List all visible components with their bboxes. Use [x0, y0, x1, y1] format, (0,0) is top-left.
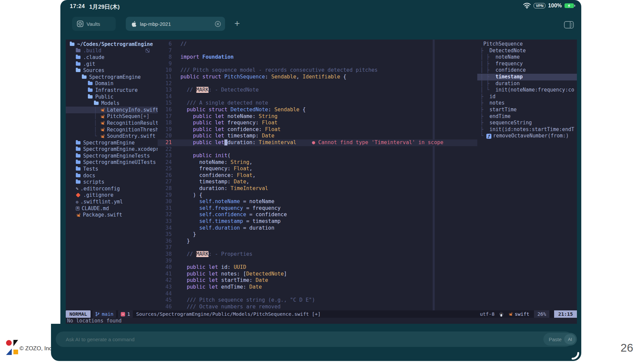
code-line-29[interactable]: 29 ) { — [158, 192, 477, 199]
line-number: 31 — [158, 205, 172, 212]
ai-button[interactable]: AI — [564, 334, 576, 344]
outline-item-initnoteNamefrequencyco[interactable]: │ └ init(noteName:frequency:co — [477, 87, 577, 94]
code-line-22[interactable]: 22 — [158, 146, 477, 153]
outline-item-notes[interactable]: ├ notes — [477, 100, 577, 107]
code-line-31[interactable]: 31 self.frequency = frequency — [158, 205, 477, 212]
code-line-15[interactable]: 15 /// A single detected note — [158, 100, 477, 107]
tree-item-.build[interactable]: .build — [66, 48, 158, 54]
code-line-39[interactable]: 39 — [158, 258, 477, 264]
code-line-18[interactable]: 18 public let frequency: Float — [158, 120, 477, 126]
code-line-43[interactable]: 43 public let endTime: Date — [158, 284, 477, 291]
outline-item-id[interactable]: ├ id — [477, 94, 577, 100]
code-line-27[interactable]: 27 timestamp: Date, — [158, 179, 477, 185]
tree-item-.claude[interactable]: .claude — [66, 54, 158, 61]
outline-item-initidnotesstartTimeendT[interactable]: ├ init(id:notes:startTime:endT — [477, 126, 577, 133]
tree-item-RecognitionResult[interactable]: │RecognitionResult — [66, 120, 158, 126]
code-line-16[interactable]: 16 public struct DetectedNote: Sendable … — [158, 107, 477, 113]
symbol-outline-panel[interactable]: PitchSequence ├ DetectedNote │ ├ noteNam… — [477, 41, 577, 310]
outline-item-startTime[interactable]: ├ startTime — [477, 107, 577, 113]
outline-item-timestamp[interactable]: │ ├ timestamp — [477, 74, 577, 80]
paste-button[interactable]: Paste — [549, 337, 561, 342]
outline-item-confidence[interactable]: │ ├ confidence — [477, 67, 577, 74]
code-line-9[interactable]: 9 — [158, 61, 477, 67]
code-line-30[interactable]: 30 self.noteName = noteName — [158, 198, 477, 205]
code-line-10[interactable]: 10/// Pitch sequence model - records con… — [158, 67, 477, 74]
tree-item-Sources[interactable]: Sources — [66, 67, 158, 74]
close-tab-icon[interactable] — [215, 21, 221, 27]
code-line-7[interactable]: 7 — [158, 48, 477, 54]
outline-item-DetectedNote[interactable]: ├ DetectedNote — [477, 48, 577, 54]
new-tab-button[interactable]: + — [232, 19, 242, 29]
code-line-6[interactable]: 6// — [158, 41, 477, 48]
code-line-14[interactable]: 14 — [158, 94, 477, 100]
outline-item-noteName[interactable]: │ ├ noteName — [477, 54, 577, 61]
outline-item-removeOctaveNumberfrom[interactable]: └ ƒremoveOctaveNumber(from:) — [477, 133, 577, 139]
line-number: 43 — [158, 284, 172, 291]
tab-lap-mbp-2021[interactable]: lap-mbp-2021 — [126, 17, 225, 31]
tree-item-Tests[interactable]: Tests — [66, 166, 158, 172]
tree-item-SpectrogramEngine.xcodepr[interactable]: SpectrogramEngine.xcodepr — [66, 146, 158, 153]
tree-item-CodesSpectrogramEngine[interactable]: ~/Codes/SpectrogramEngine — [66, 41, 158, 48]
outline-item-sequenceString[interactable]: ├ sequenceString — [477, 120, 577, 126]
tree-item-RecognitionThresh[interactable]: │RecognitionThresh — [66, 126, 158, 133]
code-line-35[interactable]: 35 } — [158, 231, 477, 238]
tree-item-SoundEntry.swift[interactable]: └SoundEntry.swift — [66, 133, 158, 139]
code-line-21[interactable]: 21 public let duration: Timeinterval ● C… — [158, 139, 477, 146]
tree-item-Infrastructure[interactable]: Infrastructure — [66, 87, 158, 94]
code-line-28[interactable]: 28 duration: TimeInterval — [158, 185, 477, 192]
code-line-45[interactable]: 45 /// Pitch sequence string (e.g., "C D… — [158, 297, 477, 304]
tree-item-Public[interactable]: Public — [66, 94, 158, 100]
code-editor[interactable]: 6//78import Foundation910/// Pitch seque… — [158, 41, 477, 310]
tree-item-CLAUDE.md[interactable]: MCLAUDE.md — [66, 205, 158, 212]
swift-file-icon — [100, 127, 105, 132]
code-line-23[interactable]: 23 public init( — [158, 153, 477, 159]
vaults-button[interactable]: Vaults — [72, 17, 116, 31]
tree-item-docs[interactable]: docs — [66, 172, 158, 179]
code-line-26[interactable]: 26 confidence: Float, — [158, 172, 477, 179]
tree-item-PitchSequen[interactable]: │PitchSequen[+] — [66, 113, 158, 120]
ai-command-input[interactable] — [56, 331, 573, 347]
outline-item-frequency[interactable]: │ ├ frequency — [477, 61, 577, 67]
line-number: 32 — [158, 212, 172, 218]
tree-item-Domain[interactable]: Domain — [66, 80, 158, 87]
tree-item-.git[interactable]: .git — [66, 61, 158, 67]
tree-item-.editorconfig[interactable]: ✎.editorconfig — [66, 185, 158, 192]
line-number: 45 — [158, 297, 172, 304]
code-line-44[interactable]: 44 — [158, 291, 477, 297]
code-line-12[interactable]: 12 — [158, 80, 477, 87]
tree-item-SpectrogramEngineUITests[interactable]: SpectrogramEngineUITests — [66, 159, 158, 166]
tree-item-SpectrogramEngine[interactable]: SpectrogramEngine — [66, 139, 158, 146]
file-tree[interactable]: ~/Codes/SpectrogramEngine.build.claude.g… — [66, 41, 158, 310]
code-line-46[interactable]: 46 /// Octave numbers are removed — [158, 304, 477, 310]
code-line-42[interactable]: 42 public let startTime: Date — [158, 277, 477, 284]
tree-item-label: PitchSequen — [107, 113, 140, 119]
tree-item-Package.swift[interactable]: Package.swift — [66, 212, 158, 218]
code-line-8[interactable]: 8import Foundation — [158, 54, 477, 61]
code-line-33[interactable]: 33 self.timestamp = timestamp — [158, 218, 477, 225]
code-line-13[interactable]: 13 // MARK: - DetectedNote — [158, 87, 477, 94]
outline-item-endTime[interactable]: ├ endTime — [477, 113, 577, 120]
panel-toggle-icon[interactable] — [564, 21, 574, 29]
code-line-11[interactable]: 11public struct PitchSequence: Sendable,… — [158, 74, 477, 80]
code-line-20[interactable]: 20 public let timestamp: Date — [158, 133, 477, 139]
tree-item-Models[interactable]: Models — [66, 100, 158, 107]
tree-item-SpectrogramEngineTests[interactable]: SpectrogramEngineTests — [66, 153, 158, 159]
code-line-36[interactable]: 36 } — [158, 238, 477, 245]
tree-item-LatencyInfo.swift[interactable]: │LatencyInfo.swift — [66, 107, 158, 113]
code-line-40[interactable]: 40 public let id: UUID — [158, 264, 477, 271]
tree-item-.gitignore[interactable]: .gitignore — [66, 192, 158, 199]
outline-item-duration[interactable]: │ ├ duration — [477, 80, 577, 87]
tree-item-scripts[interactable]: scripts — [66, 179, 158, 185]
code-line-25[interactable]: 25 frequency: Float, — [158, 166, 477, 172]
code-line-34[interactable]: 34 self.duration = duration — [158, 225, 477, 232]
code-line-37[interactable]: 37 — [158, 244, 477, 251]
code-line-38[interactable]: 38 // MARK: - Properties — [158, 251, 477, 258]
tree-item-SpectrogramEngine[interactable]: SpectrogramEngine — [66, 74, 158, 80]
tree-item-.swiftlint.yml[interactable]: ⚙.swiftlint.yml — [66, 198, 158, 205]
code-line-19[interactable]: 19 public let confidence: Float — [158, 126, 477, 133]
code-line-24[interactable]: 24 noteName: String, — [158, 159, 477, 166]
code-line-17[interactable]: 17 public let noteName: String — [158, 113, 477, 120]
outline-item-PitchSequence[interactable]: PitchSequence — [477, 41, 577, 48]
code-line-41[interactable]: 41 public let notes: [DetectedNote] — [158, 271, 477, 278]
code-line-32[interactable]: 32 self.confidence = confidence — [158, 212, 477, 218]
